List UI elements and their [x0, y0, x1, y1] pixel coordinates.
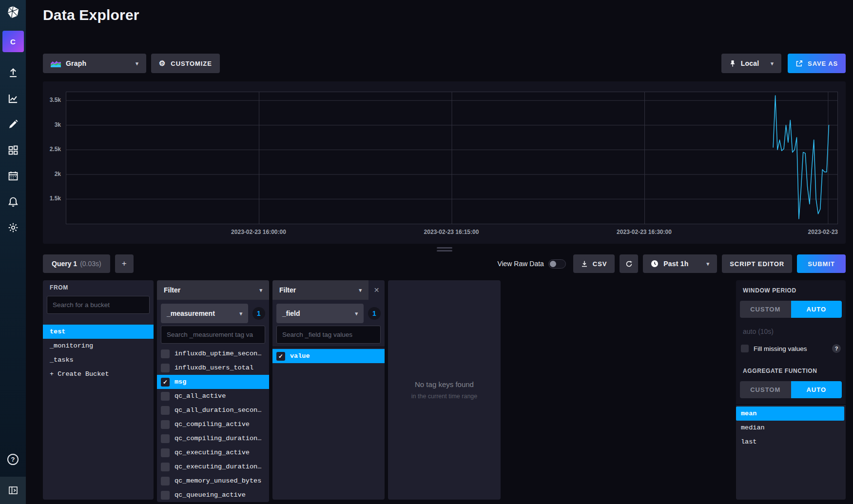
filter-type-dropdown[interactable]: Filter ▾ — [157, 280, 269, 300]
timezone-dropdown[interactable]: Local ▾ — [721, 54, 781, 73]
y-axis-tick-label: 3k — [55, 121, 61, 128]
aggregate-function-item[interactable]: last — [736, 435, 846, 449]
checkbox[interactable]: ✓ — [161, 491, 170, 500]
checkbox[interactable]: ✓ — [161, 448, 170, 457]
y-axis-tick-label: 2.5k — [50, 146, 61, 153]
query-tab-1[interactable]: Query 1 (0.03s) — [43, 254, 110, 273]
csv-download-button[interactable]: CSV — [573, 254, 615, 273]
nav-notebooks[interactable] — [7, 118, 19, 130]
main-content: Data Explorer Graph ▾ ⚙ CUSTOMIZE Local … — [26, 0, 853, 504]
checkbox[interactable]: ✓ — [161, 463, 170, 471]
pin-icon — [729, 60, 736, 67]
add-query-button[interactable]: + — [115, 254, 134, 273]
nav-data-explorer[interactable] — [7, 93, 19, 104]
measurement-list-item[interactable]: ✓ qc_executing_duration… — [157, 460, 269, 474]
question-mark-icon[interactable]: ? — [832, 344, 841, 353]
time-range-dropdown[interactable]: Past 1h ▾ — [643, 254, 717, 273]
bucket-list-item[interactable]: _monitoring — [43, 339, 154, 353]
query-tab-label: Query 1 — [52, 260, 77, 268]
checkbox[interactable]: ✓ — [276, 352, 285, 361]
measurement-list-item[interactable]: ✓ qc_memory_unused_bytes — [157, 474, 269, 488]
view-type-label: Graph — [66, 59, 86, 67]
chart-area: 1.5k2k2.5k3k3.5k2023-02-23 16:00:002023-… — [66, 92, 838, 224]
nav-sidebar: C ? — [0, 0, 26, 504]
help-button[interactable]: ? — [7, 454, 19, 465]
nav-settings[interactable] — [7, 222, 19, 233]
y-axis-tick-label: 2k — [55, 171, 61, 177]
submit-label: SUBMIT — [808, 260, 835, 268]
checkbox[interactable]: ✓ — [161, 392, 170, 401]
checkbox[interactable]: ✓ — [161, 406, 170, 415]
checkbox[interactable]: ✓ — [161, 434, 170, 443]
field-list-item[interactable]: ✓ value — [272, 349, 385, 363]
customize-button[interactable]: ⚙ CUSTOMIZE — [151, 54, 220, 73]
measurement-list-item[interactable]: ✓ msg — [157, 375, 269, 389]
aggregate-auto-button[interactable]: AUTO — [791, 381, 842, 398]
save-as-button[interactable]: SAVE AS — [788, 54, 846, 73]
tag-key-dropdown[interactable]: _measurement ▾ — [161, 304, 248, 323]
checkbox[interactable]: ✓ — [161, 420, 170, 429]
view-raw-data-toggle[interactable] — [548, 259, 566, 269]
submit-button[interactable]: SUBMIT — [797, 254, 846, 273]
remove-filter-button[interactable]: ✕ — [368, 280, 385, 300]
window-custom-button[interactable]: CUSTOM — [740, 301, 791, 318]
query-controls: View Raw Data CSV Past 1h ▾ SCRIPT EDITO… — [497, 254, 846, 273]
view-type-dropdown[interactable]: Graph ▾ — [43, 54, 146, 73]
chart-plot-area[interactable] — [66, 92, 838, 224]
influxdb-logo-icon[interactable] — [6, 5, 20, 19]
from-panel: FROM test _monitoring _tasks — [43, 280, 154, 500]
bucket-list-item[interactable]: _tasks — [43, 353, 154, 367]
fill-missing-label: Fill missing values — [754, 345, 827, 352]
nav-load-data[interactable] — [7, 67, 19, 78]
sidebar-nav — [7, 67, 19, 233]
bucket-list-item[interactable]: + Create Bucket — [43, 367, 154, 381]
checkbox[interactable]: ✓ — [161, 364, 170, 372]
measurement-list-item[interactable]: ✓ qc_all_active — [157, 389, 269, 403]
aggregate-custom-button[interactable]: CUSTOM — [740, 381, 791, 398]
script-editor-button[interactable]: SCRIPT EDITOR — [722, 254, 792, 273]
resize-drag-handle[interactable] — [43, 244, 846, 254]
org-avatar[interactable]: C — [2, 31, 24, 52]
measurement-list-item[interactable]: ✓ influxdb_users_total — [157, 361, 269, 375]
filter-type-dropdown[interactable]: Filter ▾ — [272, 280, 368, 300]
drag-bar — [437, 247, 452, 249]
measurement-list-item[interactable]: ✓ qc_compiling_active — [157, 417, 269, 431]
nav-dashboards[interactable] — [7, 144, 19, 156]
measurement-list-item[interactable]: ✓ qc_queueing_active — [157, 488, 269, 502]
options-panel: WINDOW PERIOD CUSTOM AUTO auto (10s) Fil… — [736, 280, 846, 500]
bucket-search-input[interactable] — [47, 296, 150, 314]
bucket-list: test _monitoring _tasks + Create Bucket — [43, 325, 154, 381]
checkbox[interactable]: ✓ — [161, 477, 170, 485]
bucket-list-item[interactable]: test — [43, 325, 154, 339]
sidebar-expand-button[interactable] — [0, 477, 26, 504]
tag-key-dropdown[interactable]: _field ▾ — [276, 304, 364, 323]
nav-tasks[interactable] — [7, 170, 19, 182]
refresh-button[interactable] — [620, 254, 638, 273]
gear-icon — [7, 222, 19, 233]
page-title: Data Explorer — [43, 7, 846, 23]
checkbox[interactable]: ✓ — [161, 378, 170, 387]
selected-count-badge: 1 — [252, 307, 265, 320]
measurement-search-input[interactable] — [161, 326, 265, 344]
window-auto-button[interactable]: AUTO — [791, 301, 842, 318]
field-list: ✓ value — [272, 347, 385, 500]
checkbox[interactable]: ✓ — [161, 349, 170, 358]
measurement-list-item[interactable]: ✓ qc_executing_active — [157, 446, 269, 460]
aggregate-function-item[interactable]: mean — [736, 407, 844, 421]
x-axis-tick-label: 2023-02-23 16:00:00 — [231, 229, 286, 235]
measurement-list-item[interactable]: ✓ qc_compiling_duration… — [157, 431, 269, 446]
fill-missing-checkbox[interactable] — [741, 345, 749, 352]
timezone-label: Local — [741, 59, 759, 67]
chevron-down-icon: ▾ — [259, 287, 262, 293]
measurement-list-item[interactable]: ✓ qc_all_duration_secon… — [157, 403, 269, 417]
time-range-label: Past 1h — [663, 260, 688, 268]
filter-body: _measurement ▾ 1 — [157, 300, 269, 344]
x-axis-tick-label: 2023-02-23 — [808, 229, 838, 235]
calendar-icon — [7, 170, 19, 182]
nav-alerts[interactable] — [7, 196, 19, 208]
aggregate-function-title: AGGREGATE FUNCTION — [743, 368, 839, 374]
field-search-input[interactable] — [276, 326, 381, 344]
aggregate-function-item[interactable]: median — [736, 421, 846, 435]
tag-keys-panel: No tag keys found in the current time ra… — [388, 280, 501, 500]
measurement-list-item[interactable]: ✓ influxdb_uptime_secon… — [157, 347, 269, 361]
